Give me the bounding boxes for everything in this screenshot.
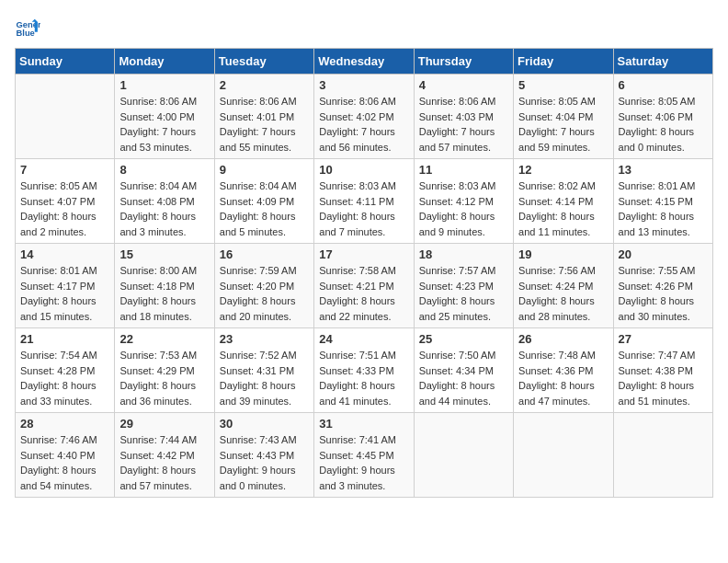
day-number: 4 bbox=[419, 78, 508, 92]
calendar-table: SundayMondayTuesdayWednesdayThursdayFrid… bbox=[15, 48, 713, 498]
day-header-tuesday: Tuesday bbox=[214, 49, 313, 75]
day-number: 21 bbox=[20, 332, 109, 346]
day-number: 19 bbox=[518, 247, 608, 261]
calendar-cell: 20Sunrise: 7:55 AMSunset: 4:26 PMDayligh… bbox=[613, 244, 712, 328]
calendar-cell: 25Sunrise: 7:50 AMSunset: 4:34 PMDayligh… bbox=[414, 328, 513, 413]
day-number: 26 bbox=[518, 332, 608, 346]
day-number: 28 bbox=[20, 417, 109, 431]
cell-info: Sunrise: 7:53 AMSunset: 4:29 PMDaylight:… bbox=[119, 348, 209, 408]
cell-info: Sunrise: 7:51 AMSunset: 4:33 PMDaylight:… bbox=[319, 348, 408, 408]
cell-info: Sunrise: 7:57 AMSunset: 4:23 PMDaylight:… bbox=[419, 263, 508, 324]
calendar-cell: 23Sunrise: 7:52 AMSunset: 4:31 PMDayligh… bbox=[214, 328, 313, 413]
calendar-cell: 31Sunrise: 7:41 AMSunset: 4:45 PMDayligh… bbox=[314, 413, 414, 498]
day-number: 14 bbox=[20, 247, 109, 261]
day-header-monday: Monday bbox=[115, 49, 214, 75]
cell-info: Sunrise: 7:50 AMSunset: 4:34 PMDaylight:… bbox=[419, 348, 508, 408]
cell-info: Sunrise: 7:41 AMSunset: 4:45 PMDaylight:… bbox=[319, 432, 408, 493]
cell-info: Sunrise: 7:55 AMSunset: 4:26 PMDaylight:… bbox=[619, 263, 708, 324]
calendar-cell: 18Sunrise: 7:57 AMSunset: 4:23 PMDayligh… bbox=[414, 244, 513, 328]
svg-text:Blue: Blue bbox=[17, 29, 35, 38]
day-header-friday: Friday bbox=[514, 49, 613, 75]
calendar-cell: 3Sunrise: 8:06 AMSunset: 4:02 PMDaylight… bbox=[314, 75, 414, 159]
cell-info: Sunrise: 8:03 AMSunset: 4:12 PMDaylight:… bbox=[419, 178, 508, 239]
calendar-cell: 13Sunrise: 8:01 AMSunset: 4:15 PMDayligh… bbox=[613, 159, 712, 244]
calendar-cell: 24Sunrise: 7:51 AMSunset: 4:33 PMDayligh… bbox=[314, 328, 414, 413]
calendar-cell: 15Sunrise: 8:00 AMSunset: 4:18 PMDayligh… bbox=[115, 244, 214, 328]
cell-info: Sunrise: 7:56 AMSunset: 4:24 PMDaylight:… bbox=[518, 263, 608, 324]
day-number: 7 bbox=[20, 163, 109, 177]
calendar-cell: 10Sunrise: 8:03 AMSunset: 4:11 PMDayligh… bbox=[314, 159, 414, 244]
cell-info: Sunrise: 8:06 AMSunset: 4:00 PMDaylight:… bbox=[119, 94, 209, 155]
calendar-cell: 8Sunrise: 8:04 AMSunset: 4:08 PMDaylight… bbox=[115, 159, 214, 244]
calendar-cell bbox=[613, 413, 712, 498]
calendar-cell: 30Sunrise: 7:43 AMSunset: 4:43 PMDayligh… bbox=[214, 413, 313, 498]
calendar-cell: 22Sunrise: 7:53 AMSunset: 4:29 PMDayligh… bbox=[115, 328, 214, 413]
calendar-cell: 17Sunrise: 7:58 AMSunset: 4:21 PMDayligh… bbox=[314, 244, 414, 328]
calendar-cell: 12Sunrise: 8:02 AMSunset: 4:14 PMDayligh… bbox=[514, 159, 613, 244]
day-number: 9 bbox=[220, 163, 309, 177]
day-number: 15 bbox=[119, 247, 209, 261]
cell-info: Sunrise: 8:06 AMSunset: 4:03 PMDaylight:… bbox=[419, 94, 508, 155]
cell-info: Sunrise: 7:46 AMSunset: 4:40 PMDaylight:… bbox=[20, 432, 109, 493]
day-number: 10 bbox=[319, 163, 408, 177]
cell-info: Sunrise: 7:44 AMSunset: 4:42 PMDaylight:… bbox=[119, 432, 209, 493]
cell-info: Sunrise: 7:59 AMSunset: 4:20 PMDaylight:… bbox=[220, 263, 309, 324]
day-number: 16 bbox=[220, 247, 309, 261]
day-number: 18 bbox=[419, 247, 508, 261]
calendar-cell: 14Sunrise: 8:01 AMSunset: 4:17 PMDayligh… bbox=[16, 244, 115, 328]
calendar-cell: 11Sunrise: 8:03 AMSunset: 4:12 PMDayligh… bbox=[414, 159, 513, 244]
calendar-cell: 4Sunrise: 8:06 AMSunset: 4:03 PMDaylight… bbox=[414, 75, 513, 159]
day-header-sunday: Sunday bbox=[16, 49, 115, 75]
day-number: 22 bbox=[119, 332, 209, 346]
calendar-cell: 21Sunrise: 7:54 AMSunset: 4:28 PMDayligh… bbox=[16, 328, 115, 413]
cell-info: Sunrise: 8:05 AMSunset: 4:07 PMDaylight:… bbox=[20, 178, 109, 239]
day-number: 17 bbox=[319, 247, 408, 261]
week-row-4: 21Sunrise: 7:54 AMSunset: 4:28 PMDayligh… bbox=[16, 328, 713, 413]
calendar-cell: 9Sunrise: 8:04 AMSunset: 4:09 PMDaylight… bbox=[214, 159, 313, 244]
calendar-cell bbox=[414, 413, 513, 498]
day-number: 30 bbox=[220, 417, 309, 431]
cell-info: Sunrise: 8:06 AMSunset: 4:02 PMDaylight:… bbox=[319, 94, 408, 155]
day-number: 13 bbox=[619, 163, 708, 177]
day-number: 3 bbox=[319, 78, 408, 92]
day-number: 6 bbox=[619, 78, 708, 92]
cell-info: Sunrise: 8:04 AMSunset: 4:09 PMDaylight:… bbox=[220, 178, 309, 239]
cell-info: Sunrise: 8:04 AMSunset: 4:08 PMDaylight:… bbox=[119, 178, 209, 239]
calendar-cell: 5Sunrise: 8:05 AMSunset: 4:04 PMDaylight… bbox=[514, 75, 613, 159]
week-row-3: 14Sunrise: 8:01 AMSunset: 4:17 PMDayligh… bbox=[16, 244, 713, 328]
header: General Blue bbox=[15, 15, 713, 40]
day-header-saturday: Saturday bbox=[613, 49, 712, 75]
calendar-cell: 19Sunrise: 7:56 AMSunset: 4:24 PMDayligh… bbox=[514, 244, 613, 328]
cell-info: Sunrise: 8:05 AMSunset: 4:06 PMDaylight:… bbox=[619, 94, 708, 155]
calendar-cell: 27Sunrise: 7:47 AMSunset: 4:38 PMDayligh… bbox=[613, 328, 712, 413]
day-header-wednesday: Wednesday bbox=[314, 49, 414, 75]
calendar-cell: 6Sunrise: 8:05 AMSunset: 4:06 PMDaylight… bbox=[613, 75, 712, 159]
day-number: 20 bbox=[619, 247, 708, 261]
calendar-cell: 7Sunrise: 8:05 AMSunset: 4:07 PMDaylight… bbox=[16, 159, 115, 244]
week-row-2: 7Sunrise: 8:05 AMSunset: 4:07 PMDaylight… bbox=[16, 159, 713, 244]
cell-info: Sunrise: 8:01 AMSunset: 4:17 PMDaylight:… bbox=[20, 263, 109, 324]
day-number: 8 bbox=[119, 163, 209, 177]
week-row-1: 1Sunrise: 8:06 AMSunset: 4:00 PMDaylight… bbox=[16, 75, 713, 159]
calendar-cell: 2Sunrise: 8:06 AMSunset: 4:01 PMDaylight… bbox=[214, 75, 313, 159]
cell-info: Sunrise: 7:47 AMSunset: 4:38 PMDaylight:… bbox=[619, 348, 708, 408]
calendar-cell bbox=[514, 413, 613, 498]
day-number: 24 bbox=[319, 332, 408, 346]
calendar-cell: 26Sunrise: 7:48 AMSunset: 4:36 PMDayligh… bbox=[514, 328, 613, 413]
cell-info: Sunrise: 7:52 AMSunset: 4:31 PMDaylight:… bbox=[220, 348, 309, 408]
logo: General Blue bbox=[15, 15, 44, 40]
header-row: SundayMondayTuesdayWednesdayThursdayFrid… bbox=[16, 49, 713, 75]
day-number: 27 bbox=[619, 332, 708, 346]
day-number: 1 bbox=[119, 78, 209, 92]
day-header-thursday: Thursday bbox=[414, 49, 513, 75]
cell-info: Sunrise: 8:03 AMSunset: 4:11 PMDaylight:… bbox=[319, 178, 408, 239]
day-number: 5 bbox=[518, 78, 608, 92]
cell-info: Sunrise: 8:06 AMSunset: 4:01 PMDaylight:… bbox=[220, 94, 309, 155]
logo-icon: General Blue bbox=[15, 15, 40, 40]
cell-info: Sunrise: 8:01 AMSunset: 4:15 PMDaylight:… bbox=[619, 178, 708, 239]
calendar-cell: 1Sunrise: 8:06 AMSunset: 4:00 PMDaylight… bbox=[115, 75, 214, 159]
day-number: 2 bbox=[220, 78, 309, 92]
day-number: 29 bbox=[119, 417, 209, 431]
day-number: 11 bbox=[419, 163, 508, 177]
cell-info: Sunrise: 7:54 AMSunset: 4:28 PMDaylight:… bbox=[20, 348, 109, 408]
